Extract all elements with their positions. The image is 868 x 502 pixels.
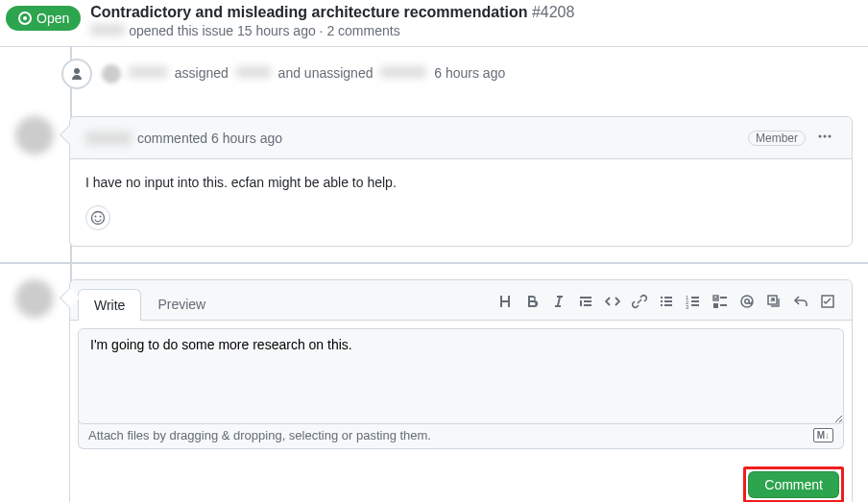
comment-submit-button[interactable]: Comment [748,471,839,498]
comment-timestamp[interactable]: 6 hours ago [211,131,282,146]
comment-header: commented 6 hours ago Member [70,117,852,159]
assigned-word: assigned [175,65,229,81]
commenter-redacted[interactable] [85,131,132,145]
comment-action: commented [137,131,207,146]
self-avatar[interactable] [15,279,54,318]
italic-icon [551,294,567,309]
comment-body: I have no input into this. ecfan might b… [70,159,852,205]
svg-point-7 [100,216,102,218]
assign-event: assigned and unassigned 6 hours ago [15,47,853,101]
svg-point-3 [824,135,827,138]
smiley-icon [90,210,106,226]
heading-icon [497,294,513,309]
saved-replies-button[interactable] [815,289,840,314]
tasklist-icon [712,294,728,309]
svg-point-6 [95,216,97,218]
saved-reply-icon [820,294,835,309]
comment-menu-button[interactable] [813,125,836,151]
kebab-icon [817,129,832,144]
user-redacted [380,66,426,78]
crossref-button[interactable] [761,289,786,314]
status-badge: Open [6,6,81,31]
person-icon [61,59,92,89]
issue-title: Contradictory and misleading architectur… [90,4,527,20]
mention-icon [739,294,755,309]
italic-button[interactable] [546,289,571,314]
issue-number: #4208 [532,4,575,20]
link-icon [632,294,647,309]
quote-icon [578,294,593,309]
user-redacted [129,66,167,78]
code-button[interactable] [600,289,625,314]
mention-button[interactable] [735,289,760,314]
markdown-badge[interactable]: M↓ [813,428,833,442]
event-time: 6 hours ago [434,65,505,81]
svg-point-12 [741,296,753,307]
ul-button[interactable] [654,289,679,314]
code-icon [605,294,620,309]
tab-preview[interactable]: Preview [141,288,222,320]
new-comment-block: Write Preview 123 [15,279,853,502]
author-redacted [90,24,125,36]
comment-block: commented 6 hours ago Member I have no i… [15,116,853,247]
editor-toolbar: 123 [493,289,844,320]
svg-text:3: 3 [686,304,689,309]
svg-point-5 [92,212,105,225]
comment-textarea[interactable] [78,328,844,424]
status-text: Open [36,11,69,26]
svg-point-4 [829,135,832,138]
avatar-redacted [102,64,121,84]
list-ul-icon [659,294,674,309]
ol-button[interactable]: 123 [681,289,706,314]
tasklist-button[interactable] [708,289,733,314]
opened-text: opened this issue 15 hours ago · 2 comme… [129,23,400,38]
unassigned-phrase: and unassigned [278,65,374,81]
user-redacted [236,66,271,78]
crossref-icon [766,294,782,309]
issue-subtitle: opened this issue 15 hours ago · 2 comme… [90,23,853,38]
reply-button[interactable] [788,289,813,314]
section-divider [0,262,868,264]
svg-point-2 [819,135,822,138]
bold-button[interactable] [519,289,544,314]
issue-title-line: Contradictory and misleading architectur… [90,4,853,21]
attach-hint[interactable]: Attach files by dragging & dropping, sel… [78,421,844,449]
quote-button[interactable] [573,289,598,314]
bold-icon [524,294,540,309]
reply-icon [793,294,808,309]
issue-open-icon [17,11,33,26]
list-ol-icon: 123 [686,294,701,309]
add-reaction-button[interactable] [85,205,110,230]
attach-hint-text: Attach files by dragging & dropping, sel… [88,428,431,442]
commenter-avatar[interactable] [15,116,54,155]
svg-point-1 [23,16,27,20]
link-button[interactable] [627,289,652,314]
heading-button[interactable] [493,289,518,314]
role-badge: Member [748,131,806,146]
comment-button-highlight: Comment [743,466,844,502]
tab-write[interactable]: Write [78,289,141,321]
